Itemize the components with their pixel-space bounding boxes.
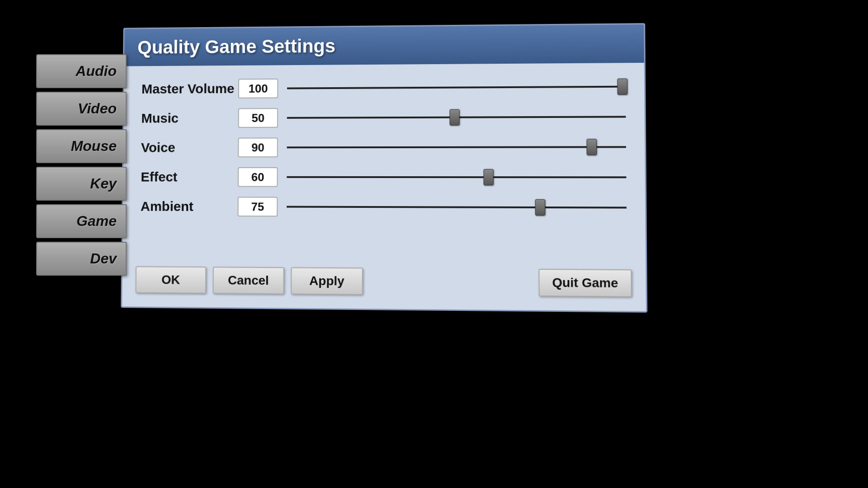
slider-thumb-music[interactable] bbox=[449, 109, 459, 126]
settings-value-master-volume[interactable]: 100 bbox=[238, 79, 278, 99]
dialog-header: Quality Game Settings bbox=[124, 24, 644, 66]
settings-row-ambient: Ambient75 bbox=[141, 197, 627, 218]
slider-track-effect bbox=[287, 176, 626, 178]
settings-row-effect: Effect60 bbox=[141, 167, 626, 188]
slider-track-master-volume bbox=[287, 86, 626, 89]
slider-container-ambient[interactable] bbox=[287, 197, 627, 218]
settings-row-music: Music50 bbox=[141, 107, 626, 128]
settings-label-voice: Voice bbox=[141, 140, 238, 155]
slider-container-master-volume[interactable] bbox=[287, 76, 626, 98]
settings-label-master-volume: Master Volume bbox=[142, 81, 238, 97]
sidebar-tab-label-audio: Audio bbox=[75, 63, 117, 80]
sidebar-tab-video[interactable]: Video bbox=[36, 92, 127, 126]
settings-dialog: Quality Game Settings Master Volume100Mu… bbox=[121, 23, 647, 313]
slider-thumb-effect[interactable] bbox=[484, 169, 494, 185]
sidebar-tab-dev[interactable]: Dev bbox=[36, 242, 127, 276]
dialog-title: Quality Game Settings bbox=[137, 33, 630, 58]
sidebar-tab-label-mouse: Mouse bbox=[71, 138, 117, 155]
settings-row-master-volume: Master Volume100 bbox=[142, 76, 626, 99]
slider-thumb-master-volume[interactable] bbox=[617, 78, 627, 94]
sidebar: AudioVideoMouseKeyGameDev bbox=[36, 54, 127, 276]
settings-label-music: Music bbox=[141, 110, 238, 126]
ok-button[interactable]: OK bbox=[136, 266, 207, 294]
sidebar-tab-game[interactable]: Game bbox=[36, 204, 127, 238]
slider-track-music bbox=[287, 116, 626, 118]
settings-label-ambient: Ambient bbox=[141, 199, 238, 214]
dialog-body: Master Volume100Music50Voice90Effect60Am… bbox=[123, 63, 645, 242]
slider-track-voice bbox=[287, 146, 626, 148]
quit-game-button[interactable]: Quit Game bbox=[538, 269, 632, 297]
slider-track-ambient bbox=[287, 206, 627, 209]
settings-value-voice[interactable]: 90 bbox=[238, 138, 278, 158]
sidebar-tab-label-game: Game bbox=[76, 213, 117, 230]
sidebar-tab-key[interactable]: Key bbox=[36, 167, 127, 201]
slider-container-voice[interactable] bbox=[287, 137, 626, 157]
settings-value-effect[interactable]: 60 bbox=[238, 167, 278, 187]
settings-label-effect: Effect bbox=[141, 169, 238, 185]
sidebar-tab-mouse[interactable]: Mouse bbox=[36, 129, 127, 163]
apply-button[interactable]: Apply bbox=[291, 267, 363, 295]
slider-thumb-voice[interactable] bbox=[586, 139, 597, 155]
dialog-footer: OK Cancel Apply Quit Game bbox=[136, 266, 632, 297]
settings-value-music[interactable]: 50 bbox=[238, 108, 278, 128]
slider-thumb-ambient[interactable] bbox=[535, 199, 545, 216]
slider-container-effect[interactable] bbox=[287, 167, 626, 188]
sidebar-tab-label-video: Video bbox=[78, 100, 117, 117]
settings-value-ambient[interactable]: 75 bbox=[238, 197, 278, 216]
sidebar-tab-label-dev: Dev bbox=[90, 250, 117, 267]
sidebar-tab-audio[interactable]: Audio bbox=[36, 54, 127, 88]
sidebar-tab-label-key: Key bbox=[90, 175, 117, 192]
cancel-button[interactable]: Cancel bbox=[213, 267, 284, 294]
slider-container-music[interactable] bbox=[287, 107, 626, 127]
settings-row-voice: Voice90 bbox=[141, 137, 626, 157]
